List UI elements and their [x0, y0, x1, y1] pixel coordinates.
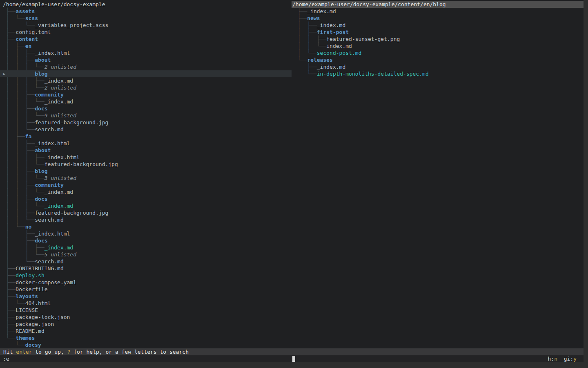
tree-row[interactable]: │ └──scss	[0, 15, 292, 22]
tree-lines: └──	[294, 70, 317, 78]
node-name: docker-compose.yaml	[16, 279, 76, 285]
unlisted-note: 9 unlisted	[45, 112, 76, 119]
tree-row[interactable]: │ │ │ └──9 unlisted	[0, 112, 292, 119]
tree-row[interactable]: │ └──_variables_project.scss	[0, 22, 292, 29]
node-name: releases	[307, 57, 333, 63]
node-name: layouts	[16, 293, 38, 299]
node-name: _variables_project.scss	[35, 22, 108, 28]
tree-row[interactable]: ├──Dockerfile	[0, 286, 292, 293]
node-name: _index.html	[35, 50, 70, 56]
node-name: first-post	[317, 29, 349, 35]
tree-row[interactable]: ├──README.md	[0, 328, 292, 334]
node-name: community	[35, 92, 63, 98]
unlisted-note: 3 unlisted	[45, 175, 76, 181]
tree-row[interactable]: ├──package.json	[0, 321, 292, 328]
tree-row[interactable]: ├──docker-compose.yaml	[0, 279, 292, 286]
flag-hidden-label: h:	[548, 356, 555, 362]
tree-row[interactable]: ├──layouts	[0, 293, 292, 300]
node-name: _index.md	[45, 245, 73, 251]
tree-row[interactable]: │ └──search.md	[0, 258, 292, 265]
tree-row[interactable]: └──docsy	[0, 341, 292, 348]
tree-row[interactable]: ├──content	[0, 36, 292, 43]
node-name: themes	[16, 335, 35, 341]
input-line: :e h:n gi:y	[0, 355, 584, 362]
node-name: package-lock.json	[16, 314, 70, 320]
tree-row[interactable]: └──in-depth-monoliths-detailed-spec.md	[292, 70, 584, 77]
tree-row[interactable]: │ │ └──search.md	[0, 216, 292, 223]
tree-row[interactable]: │ ├──fa	[0, 133, 292, 140]
node-name: community	[35, 182, 63, 188]
status-bar: Hit enter to go up, ? for help, or a few…	[0, 348, 584, 355]
node-name: featured-background.jpg	[45, 161, 118, 167]
node-name: news	[307, 15, 320, 21]
node-name: blog	[35, 168, 47, 174]
tree-row[interactable]: ├──CONTRIBUTING.md	[0, 265, 292, 272]
node-name: about	[35, 57, 51, 63]
tree-row[interactable]: │ │ │ └──3 unlisted	[0, 175, 292, 182]
tree-row[interactable]: │ │ │ └──2 unlisted	[0, 84, 292, 91]
tree-row[interactable]: │ └──second-post.md	[292, 49, 584, 56]
tree-row[interactable]: │ │ ├──featured-background.jpg	[0, 209, 292, 216]
tree-row[interactable]: │ │ │ └──2 unlisted	[0, 63, 292, 70]
status-text: for help, or a few letters to search	[70, 349, 189, 355]
tree-row[interactable]: ├──deploy.sh	[0, 272, 292, 279]
left-panel-path[interactable]: /home/example-user/docsy-example	[0, 1, 292, 8]
tree-row[interactable]: │ │ │ └──_index.md	[0, 98, 292, 105]
tree-row[interactable]: │ │ ├──_index.html	[0, 140, 292, 147]
tree-row[interactable]: │ │ └──5 unlisted	[0, 251, 292, 258]
node-name: fa	[25, 133, 32, 139]
tree-row[interactable]: │ ├──en	[0, 43, 292, 49]
node-name: _index.html	[45, 154, 80, 160]
node-name: index.md	[326, 43, 352, 49]
left-panel: /home/example-user/docsy-example ├──asse…	[0, 1, 292, 348]
flag-gitignore-label: gi:	[564, 356, 573, 362]
node-name: en	[25, 43, 32, 49]
node-name: CONTRIBUTING.md	[16, 265, 63, 272]
tree-row[interactable]: │ ├──_index.md	[292, 22, 584, 29]
node-name: _index.md	[45, 99, 73, 105]
tree-row[interactable]: ├──_index.md	[292, 63, 584, 70]
node-name: docs	[35, 105, 47, 112]
tree-row[interactable]: ├──_index.md	[292, 8, 584, 15]
node-name: about	[35, 147, 51, 153]
tree-row[interactable]: ├──config.toml	[0, 29, 292, 36]
tree-row[interactable]: └──releases	[292, 56, 584, 63]
tree-row[interactable]: │ │ ├──_index.html	[0, 49, 292, 56]
right-panel-path[interactable]: /home/example-user/docsy-example/content…	[292, 1, 584, 8]
tree-row[interactable]: │ ├──first-post	[292, 29, 584, 36]
tree-row[interactable]: │ ├──_index.html	[0, 230, 292, 237]
node-name: _index.md	[317, 64, 345, 70]
node-name: no	[25, 224, 32, 230]
tree-row[interactable]: │ │ └──search.md	[0, 126, 292, 133]
status-text: to go up,	[32, 349, 67, 355]
tree-row[interactable]: ├──package-lock.json	[0, 314, 292, 321]
tree-lines: └──	[3, 341, 25, 349]
tree-row[interactable]: │ │ ├──featured-sunset-get.png	[292, 36, 584, 43]
terminal-screen: /home/example-user/docsy-example ├──asse…	[0, 0, 584, 362]
tree-row[interactable]: │ │ ├──featured-background.jpg	[0, 119, 292, 126]
node-name: _index.html	[35, 140, 70, 146]
node-name: README.md	[16, 328, 44, 334]
tree-row[interactable]: │ └──404.html	[0, 300, 292, 307]
tree-row[interactable]: │ │ │ └──_index.md	[0, 202, 292, 209]
flag-hidden-value: n	[554, 356, 557, 362]
unlisted-note: 2 unlisted	[45, 85, 76, 91]
command-input[interactable]: :e	[3, 355, 9, 362]
node-name: 404.html	[25, 300, 51, 306]
tree-row[interactable]: │ └──no	[0, 223, 292, 230]
tree-row[interactable]: ├──LICENSE	[0, 307, 292, 314]
node-name: scss	[25, 15, 38, 21]
flag-spacer	[557, 356, 564, 362]
tree-row[interactable]: └──themes	[0, 334, 292, 341]
node-name: assets	[16, 8, 35, 14]
tree-row[interactable]: │ │ │ └──featured-background.jpg	[0, 161, 292, 168]
node-name: _index.md	[45, 203, 73, 209]
node-name: _index.md	[317, 22, 345, 28]
tree-row[interactable]: │ │ └──index.md	[292, 43, 584, 49]
right-panel-tree: ├──_index.md ├──news │ ├──_index.md │ ├─…	[292, 8, 584, 77]
tree-row[interactable]: ├──assets	[0, 8, 292, 15]
status-key-enter: enter	[16, 349, 32, 355]
node-name: _index.md	[307, 8, 336, 14]
tree-row[interactable]: │ │ │ └──_index.md	[0, 188, 292, 195]
tree-row[interactable]: ├──news	[292, 15, 584, 22]
